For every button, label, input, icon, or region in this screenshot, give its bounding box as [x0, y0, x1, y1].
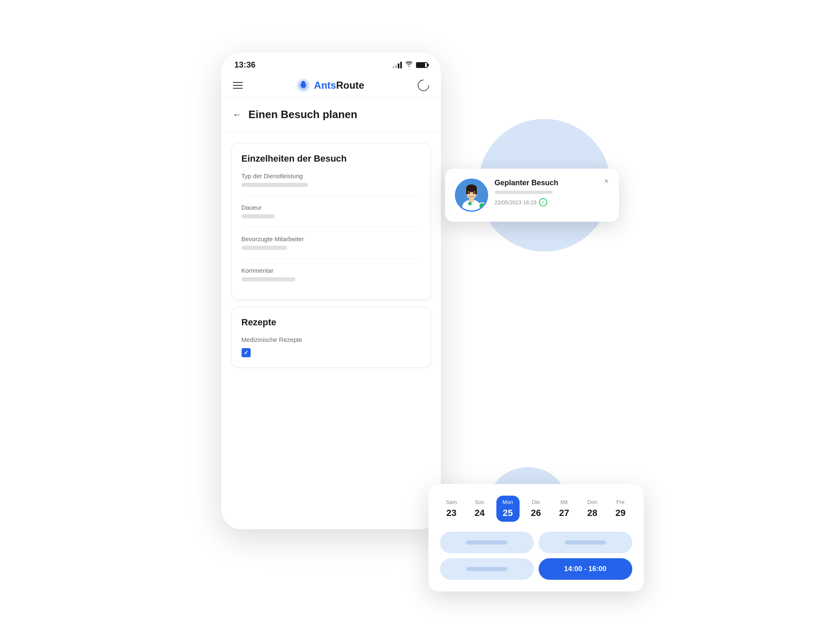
checkbox-row	[242, 348, 421, 357]
app-header: AntsRoute	[221, 73, 441, 98]
check-icon	[539, 198, 547, 206]
time-slot-1[interactable]	[440, 532, 534, 553]
slot-placeholder-2	[565, 540, 606, 545]
field-service-type-label: Typ der Dienstleistung	[242, 172, 421, 179]
day-num-sam: 23	[446, 508, 456, 518]
svg-point-3	[301, 81, 305, 85]
field-daueur: Daueur	[242, 204, 421, 227]
calendar-day-don[interactable]: Don 28	[581, 496, 604, 522]
day-num-fre: 29	[615, 508, 625, 518]
day-name-mon: Mon	[503, 499, 513, 505]
medical-checkbox[interactable]	[242, 348, 251, 357]
calendar-day-son[interactable]: Son 24	[468, 496, 491, 522]
status-bar: 13:36	[221, 53, 441, 73]
notification-datetime: 22/05/2023 16:23	[495, 199, 537, 206]
close-button[interactable]: ×	[601, 175, 612, 187]
online-indicator	[479, 202, 486, 210]
calendar-day-mon[interactable]: Mon 25	[496, 496, 520, 522]
day-num-don: 28	[587, 508, 597, 518]
day-name-die: Die	[532, 499, 540, 505]
phone-content: Einzelheiten der Besuch Typ der Dienstle…	[221, 131, 441, 379]
field-kommentar-label: Kommentar	[242, 267, 421, 274]
rezepte-subtitle: Medizinische Rezepte	[242, 336, 421, 343]
rezepte-title: Rezepte	[242, 317, 421, 328]
page-title: Einen Besuch planen	[249, 108, 358, 121]
field-service-type-value[interactable]	[242, 183, 308, 187]
time-slot-2[interactable]	[539, 532, 632, 553]
day-name-son: Son	[475, 499, 484, 505]
field-mitarbeiter-label: Bevorzugte Mitarbeiter	[242, 235, 421, 242]
svg-rect-10	[475, 188, 477, 194]
logo-icon	[296, 78, 311, 93]
rezepte-card: Rezepte Medizinische Rezepte	[231, 307, 431, 368]
notification-subtitle-placeholder	[495, 191, 553, 194]
day-name-mit: Mit	[561, 499, 568, 505]
back-button[interactable]: ←	[233, 109, 242, 120]
calendar-day-die[interactable]: Die 26	[525, 496, 548, 522]
notification-info: Geplanter Besuch 22/05/2023 16:23	[495, 179, 609, 206]
status-time: 13:36	[235, 60, 256, 70]
day-name-don: Don	[588, 499, 597, 505]
logo-text: AntsRoute	[314, 80, 364, 91]
svg-point-12	[473, 192, 475, 194]
notification-header: Geplanter Besuch 22/05/2023 16:23	[455, 179, 609, 212]
phone-mockup: 13:36	[221, 53, 441, 529]
field-service-type: Typ der Dienstleistung	[242, 172, 421, 196]
refresh-icon[interactable]	[415, 77, 432, 94]
field-kommentar-value[interactable]	[242, 277, 295, 281]
wifi-icon	[405, 61, 413, 69]
page-title-bar: ← Einen Besuch planen	[221, 98, 441, 131]
field-kommentar: Kommentar	[242, 267, 421, 290]
svg-rect-9	[466, 188, 468, 194]
calendar-day-mit[interactable]: Mit 27	[553, 496, 576, 522]
calendar-days-row: Sam 23 Son 24 Mon 25 Die 26 Mit 27 Don	[440, 496, 632, 522]
notification-title: Geplanter Besuch	[495, 179, 609, 187]
visit-details-title: Einzelheiten der Besuch	[242, 153, 421, 164]
scene: 13:36	[221, 53, 594, 591]
calendar-day-sam[interactable]: Sam 23	[440, 496, 463, 522]
battery-icon	[416, 62, 428, 68]
calendar-slots: 14:00 - 16:00	[440, 532, 632, 580]
day-num-son: 24	[474, 508, 484, 518]
day-name-sam: Sam	[446, 499, 457, 505]
notification-card: ×	[445, 169, 619, 222]
slot-label-4: 14:00 - 16:00	[564, 565, 606, 573]
field-daueur-label: Daueur	[242, 204, 421, 211]
visit-details-card: Einzelheiten der Besuch Typ der Dienstle…	[231, 143, 431, 300]
calendar-card: Sam 23 Son 24 Mon 25 Die 26 Mit 27 Don	[428, 484, 644, 591]
time-slot-4[interactable]: 14:00 - 16:00	[539, 558, 632, 580]
slot-placeholder-1	[466, 540, 508, 545]
day-name-fre: Fre	[617, 499, 625, 505]
time-slot-3[interactable]	[440, 558, 534, 580]
field-mitarbeiter: Bevorzugte Mitarbeiter	[242, 235, 421, 259]
day-num-die: 26	[531, 508, 541, 518]
day-num-mon: 25	[503, 508, 513, 518]
app-logo: AntsRoute	[296, 78, 364, 93]
hamburger-menu[interactable]	[233, 82, 243, 89]
svg-point-13	[468, 202, 471, 205]
notification-time: 22/05/2023 16:23	[495, 198, 609, 206]
signal-icon	[393, 62, 402, 68]
calendar-day-fre[interactable]: Fre 29	[609, 496, 632, 522]
slot-placeholder-3	[466, 567, 508, 571]
day-num-mit: 27	[559, 508, 569, 518]
svg-point-11	[468, 192, 470, 194]
field-daueur-value[interactable]	[242, 214, 275, 218]
avatar	[455, 179, 488, 212]
field-mitarbeiter-value[interactable]	[242, 246, 287, 250]
status-icons	[393, 61, 428, 69]
